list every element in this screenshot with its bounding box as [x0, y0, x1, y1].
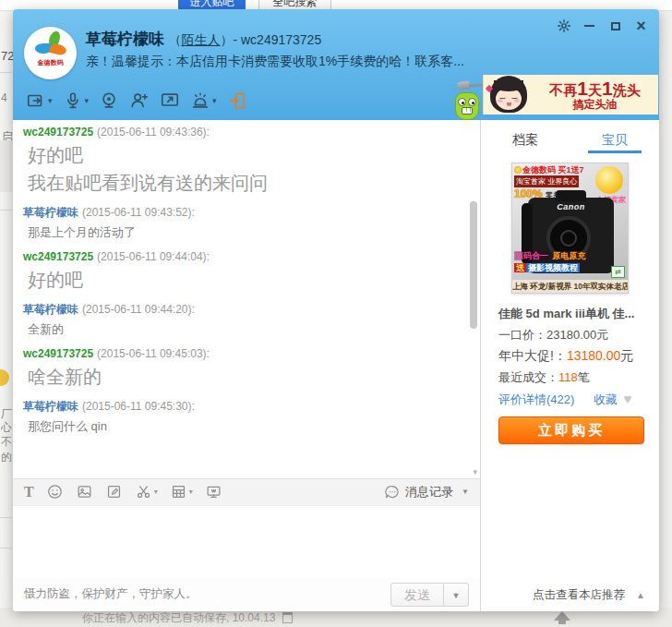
- heart-icon[interactable]: ♥: [624, 391, 632, 406]
- gold-seller-seal: [595, 166, 623, 194]
- chevron-down-icon[interactable]: ▾: [189, 488, 193, 496]
- contact-avatar[interactable]: 金德数码: [24, 27, 77, 79]
- chevron-down-icon[interactable]: ▼: [462, 488, 469, 496]
- favorite-link[interactable]: 收藏: [594, 392, 618, 406]
- message-text: 我在贴吧看到说有送的来问问: [23, 169, 463, 197]
- message-sender[interactable]: wc249173725: [23, 347, 93, 360]
- alert-buzz-button[interactable]: ▾: [190, 90, 217, 111]
- scrollbar-thumb[interactable]: [470, 201, 477, 329]
- tab-products[interactable]: 宝贝: [570, 120, 660, 161]
- add-contact-button[interactable]: [129, 90, 150, 111]
- message-text: 那是上个月的活动了: [23, 223, 463, 242]
- scroll-down-icon[interactable]: ▾: [473, 467, 477, 476]
- chat-message: 草莓柠檬味(2015-06-11 09:45:30): 那您问什么 qin: [23, 399, 463, 436]
- voice-chat-button[interactable]: ▾: [63, 90, 90, 111]
- screen-share-button[interactable]: [160, 90, 180, 111]
- shop-panel: 档案 宝贝 金德数码 买1送7 淘宝首家 业界良心 100% 零差评 金牌卖家 …: [480, 120, 659, 611]
- message-input[interactable]: [13, 506, 480, 578]
- shop-recommend-label: 点击查看本店推荐: [533, 588, 625, 601]
- send-to-phone-button[interactable]: [227, 90, 247, 111]
- ad-banner[interactable]: 不再1天1洗头 搞定头油: [483, 75, 658, 115]
- mascot-mouth: [462, 107, 473, 115]
- emoji-button[interactable]: [46, 483, 64, 500]
- shop-notice: 亲！温馨提示：本店信用卡消费需要收取1%手续费的哈！联系客...: [86, 54, 464, 70]
- send-options-button[interactable]: ▼: [444, 583, 469, 607]
- tab-profile[interactable]: 档案: [481, 120, 570, 161]
- close-button[interactable]: ×: [632, 18, 650, 34]
- relation-close: ）- wc249173725: [220, 32, 321, 47]
- contact-name: 草莓柠檬味: [86, 30, 164, 48]
- avatar-logo-petal: [49, 42, 67, 56]
- triangle-up-icon[interactable]: ▲: [636, 590, 645, 600]
- settings-gear-icon[interactable]: [555, 18, 572, 34]
- screenshot-scissors-button[interactable]: ▾: [135, 483, 158, 500]
- message-sender[interactable]: 草莓柠檬味: [23, 206, 78, 219]
- chevron-down-icon[interactable]: ▾: [212, 96, 217, 105]
- message-sender[interactable]: 草莓柠檬味: [23, 400, 78, 413]
- autosave-note: 你正在输入的内容已自动保存, 10.04.13: [82, 610, 293, 626]
- product-overlay-shopline: 上海 环龙/新视界 10年双实体老店: [512, 280, 628, 293]
- mascot-eye: [468, 98, 476, 106]
- product-info: 佳能 5d mark iii单机 佳... 一口价：23180.00元 年中大促…: [481, 294, 659, 444]
- panel-tabs: 档案 宝贝: [481, 120, 659, 161]
- mascot-icon[interactable]: ᾿᾿: [447, 81, 487, 120]
- product-price-row: 一口价：23180.00元: [498, 324, 659, 345]
- safety-tip: 慑力防盗，保护财产，守护家人。: [24, 586, 198, 602]
- video-chat-button[interactable]: [99, 90, 119, 111]
- message-timestamp: (2015-06-11 09:44:04):: [97, 250, 210, 263]
- send-image-button[interactable]: [76, 483, 93, 500]
- table-tools-button[interactable]: ▾: [170, 483, 193, 500]
- chat-message: wc249173725(2015-06-11 09:44:04): 好的吧: [23, 250, 463, 294]
- message-list: wc249173725(2015-06-11 09:43:36): 好的吧 我在…: [13, 120, 480, 478]
- bg-block: [0, 140, 13, 192]
- product-overlay-slogan: 淘宝首家 业界良心: [514, 175, 579, 187]
- message-history-button[interactable]: 消息记录 ▼: [384, 484, 469, 500]
- bg-divider: [0, 210, 12, 211]
- ad-girl-illustration: [484, 75, 532, 115]
- ad-girl-bangs: [494, 80, 523, 91]
- chat-message: wc249173725(2015-06-11 09:43:36): 好的吧 我在…: [23, 126, 463, 197]
- chat-message: wc249173725(2015-06-11 09:45:03): 啥全新的: [23, 347, 463, 391]
- buy-now-button[interactable]: 立即购买: [498, 416, 644, 444]
- reviews-link[interactable]: 评价详情(422): [498, 392, 574, 406]
- send-button-group: 发送 ▼: [390, 583, 469, 607]
- stranger-link[interactable]: 陌生人: [181, 32, 220, 47]
- message-text: 那您问什么 qin: [23, 417, 463, 436]
- bg-fragment: 不是: [1, 434, 13, 450]
- shop-recommend-link[interactable]: 点击查看本店推荐▲: [533, 587, 645, 603]
- mascot-spark: ᾿᾿: [450, 83, 454, 91]
- message-sender[interactable]: wc249173725: [23, 250, 93, 263]
- hammer-handle: [469, 83, 484, 87]
- product-title[interactable]: 佳能 5d mark iii单机 佳...: [498, 303, 659, 324]
- message-sender[interactable]: 草莓柠檬味: [23, 303, 78, 316]
- message-sender[interactable]: wc249173725: [23, 126, 93, 139]
- autosave-text: 你正在输入的内容已自动保存, 10.04.13: [82, 611, 275, 624]
- avatar-shop-label: 金德数码: [24, 58, 77, 67]
- send-file-button[interactable]: ▾: [26, 90, 53, 111]
- product-deals-row: 最近成交：118笔: [498, 367, 659, 388]
- message-text: 好的吧: [23, 141, 463, 169]
- font-format-button[interactable]: T: [24, 484, 34, 500]
- chevron-down-icon[interactable]: ▾: [85, 96, 90, 105]
- bg-avatar-fragment: [0, 369, 9, 386]
- bg-fragment: 的: [1, 450, 13, 465]
- eco-icon: ⇄: [611, 266, 625, 278]
- product-image[interactable]: 金德数码 买1送7 淘宝首家 业界良心 100% 零差评 金牌卖家 Canon …: [511, 163, 629, 294]
- message-timestamp: (2015-06-11 09:43:52):: [82, 206, 195, 219]
- chevron-down-icon[interactable]: ▾: [48, 96, 53, 105]
- mascot-eye: [458, 98, 466, 106]
- relation-open: （: [168, 32, 181, 47]
- maximize-button[interactable]: [606, 18, 624, 34]
- edit-note-button[interactable]: [105, 483, 123, 500]
- bg-divider: [0, 517, 12, 518]
- minimize-button[interactable]: [581, 18, 598, 34]
- message-timestamp: (2015-06-11 09:44:20):: [82, 303, 195, 316]
- trash-icon[interactable]: [282, 612, 293, 623]
- product-promo-row: 年中大促!：13180.00元: [498, 345, 659, 367]
- screen: 进入贴吧 全吧搜索 72 4 卜 启 厂、 心 不是 的 你正在输入的内容已自动…: [0, 0, 672, 627]
- background-left-strip: 72 4 卜 启 厂、 心 不是 的: [0, 11, 13, 611]
- send-button[interactable]: 发送: [390, 583, 444, 607]
- remote-desktop-button[interactable]: [205, 483, 222, 500]
- chevron-down-icon[interactable]: ▾: [154, 488, 158, 496]
- product-links-row: 评价详情(422) 收藏 ♥: [498, 388, 659, 410]
